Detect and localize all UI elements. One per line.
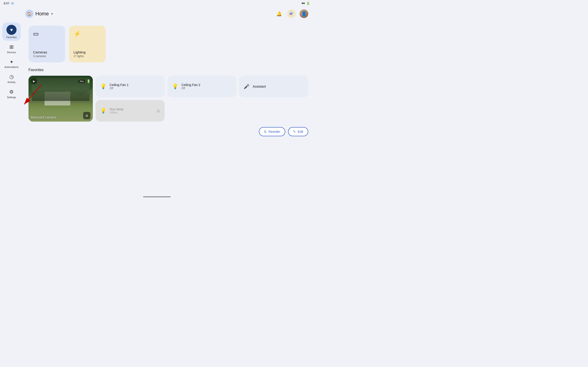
sidebar-item-label: Activity xyxy=(8,81,16,83)
lab-button[interactable]: ⚗️ xyxy=(287,9,296,18)
sidebar-item-settings[interactable]: ⚙ Settings xyxy=(2,87,21,101)
camera-card-backyard[interactable]: ▶ Nes 🔋 Backyard camera ⊘ xyxy=(28,76,93,122)
bell-icon: 🔔 xyxy=(276,11,282,17)
hue-lamp-name: Hue lamp xyxy=(110,107,153,111)
avatar[interactable]: 👤 xyxy=(300,9,308,18)
favorites-section-title: Favorites xyxy=(28,68,308,72)
cameras-title: Cameras xyxy=(33,50,61,54)
hue-lamp-icon: 💡 xyxy=(100,108,106,114)
hue-lamp-info: Hue lamp Offline xyxy=(110,107,153,114)
camera-record-icon: ▶ xyxy=(31,78,37,84)
no-video-button[interactable]: ⊘ xyxy=(83,112,90,119)
automations-icon: ✦ xyxy=(10,59,14,65)
nest-badge: Nes xyxy=(78,80,85,83)
category-row: ▭ Cameras 3 cameras ⚡ Lighting 17 lights xyxy=(28,26,308,62)
camera-bottom-bar: Backyard camera ⊘ xyxy=(31,112,90,119)
ceiling-fan-1-status: Off xyxy=(110,87,160,90)
header: 🏠 Home ▾ 🔔 ⚗️ 👤 xyxy=(0,6,314,21)
header-left: 🏠 Home ▾ xyxy=(25,10,53,18)
sidebar-item-automations[interactable]: ✦ Automations xyxy=(2,57,21,71)
cameras-subtitle: 3 cameras xyxy=(33,55,61,58)
lighting-card[interactable]: ⚡ Lighting 17 lights xyxy=(69,26,106,62)
activity-icon: ◷ xyxy=(9,74,14,80)
reorder-label: Reorder xyxy=(268,130,280,133)
edit-label: Edit xyxy=(298,130,303,133)
assistant-label: Assistant xyxy=(253,85,266,88)
status-icons: ▾▾ 🔋 xyxy=(302,1,310,5)
ceiling-fan-2-status: Off xyxy=(182,87,232,90)
camera-top-bar: ▶ Nes 🔋 xyxy=(31,78,90,84)
home-indicator xyxy=(143,196,171,197)
ceiling-fan-1-info: Ceiling Fan 1 Off xyxy=(110,83,160,90)
notification-button[interactable]: 🔔 xyxy=(275,9,284,18)
ceiling-fan-2-icon: 💡 xyxy=(172,83,178,90)
status-bar: 8:57 G ▾▾ 🔋 xyxy=(0,0,314,6)
avatar-image: 👤 xyxy=(301,11,307,17)
reorder-icon: ⇅ xyxy=(264,130,267,133)
ceiling-fan-1-name: Ceiling Fan 1 xyxy=(110,83,160,87)
sidebar-item-label: Automations xyxy=(4,66,18,68)
ceiling-fan-2-info: Ceiling Fan 2 Off xyxy=(182,83,232,90)
chevron-down-icon[interactable]: ▾ xyxy=(51,12,53,16)
ceiling-fan-2-name: Ceiling Fan 2 xyxy=(182,83,232,87)
camera-name: Backyard camera xyxy=(31,116,56,119)
reorder-button[interactable]: ⇅ Reorder xyxy=(259,127,285,136)
ceiling-fan-1-icon: 💡 xyxy=(100,83,106,90)
heart-icon: ♥ xyxy=(10,27,13,33)
header-right: 🔔 ⚗️ 👤 xyxy=(275,9,308,18)
hue-lamp-status: Offline xyxy=(110,111,153,114)
ceiling-fan-1-card[interactable]: 💡 Ceiling Fan 1 Off xyxy=(95,76,165,97)
page-title: Home xyxy=(35,11,49,17)
assistant-card[interactable]: 🎤 Assistant xyxy=(239,76,308,97)
assistant-mic-icon: 🎤 xyxy=(244,84,250,89)
status-time: 8:57 xyxy=(4,2,9,5)
lighting-subtitle: 17 lights xyxy=(73,55,101,58)
sidebar-item-label: Favorites xyxy=(6,36,17,39)
devices-icon: ⊞ xyxy=(9,44,14,50)
sidebar-item-devices[interactable]: ⊞ Devices xyxy=(2,42,21,56)
favorites-icon: ♥ xyxy=(6,25,17,35)
lighting-category-icon: ⚡ xyxy=(73,30,101,37)
sidebar-item-favorites[interactable]: ♥ Favorites xyxy=(2,23,21,41)
sidebar-item-activity[interactable]: ◷ Activity xyxy=(2,72,21,86)
edit-icon: ✎ xyxy=(293,130,296,133)
bottom-actions: ⇅ Reorder ✎ Edit xyxy=(28,127,308,136)
home-icon: 🏠 xyxy=(27,12,32,16)
sidebar-item-label: Devices xyxy=(7,51,16,54)
favorites-grid: ▶ Nes 🔋 Backyard camera ⊘ 💡 Ceiling Fan … xyxy=(28,76,308,122)
warning-icon: ⚠ xyxy=(156,108,160,113)
edit-button[interactable]: ✎ Edit xyxy=(288,127,308,136)
cameras-card[interactable]: ▭ Cameras 3 cameras xyxy=(28,26,65,62)
no-video-icon: ⊘ xyxy=(86,114,88,117)
lighting-title: Lighting xyxy=(73,50,101,54)
google-icon: G xyxy=(11,2,14,5)
sidebar-item-label: Settings xyxy=(7,96,16,99)
hue-lamp-card[interactable]: 💡 Hue lamp Offline ⚠ xyxy=(95,100,165,122)
settings-icon: ⚙ xyxy=(9,89,14,95)
lab-icon: ⚗️ xyxy=(289,11,294,16)
wifi-icon: ▾▾ xyxy=(302,1,305,5)
sidebar: ♥ Favorites ⊞ Devices ✦ Automations ◷ Ac… xyxy=(0,6,23,199)
ceiling-fan-2-card[interactable]: 💡 Ceiling Fan 2 Off xyxy=(167,76,237,97)
camera-category-icon: ▭ xyxy=(33,30,61,37)
video-icon: ▶ xyxy=(33,80,35,83)
main-content: ▭ Cameras 3 cameras ⚡ Lighting 17 lights… xyxy=(23,21,314,199)
battery-icon: 🔋 xyxy=(306,1,310,5)
battery-level-icon: 🔋 xyxy=(86,79,90,83)
home-icon-wrap: 🏠 xyxy=(25,10,34,18)
